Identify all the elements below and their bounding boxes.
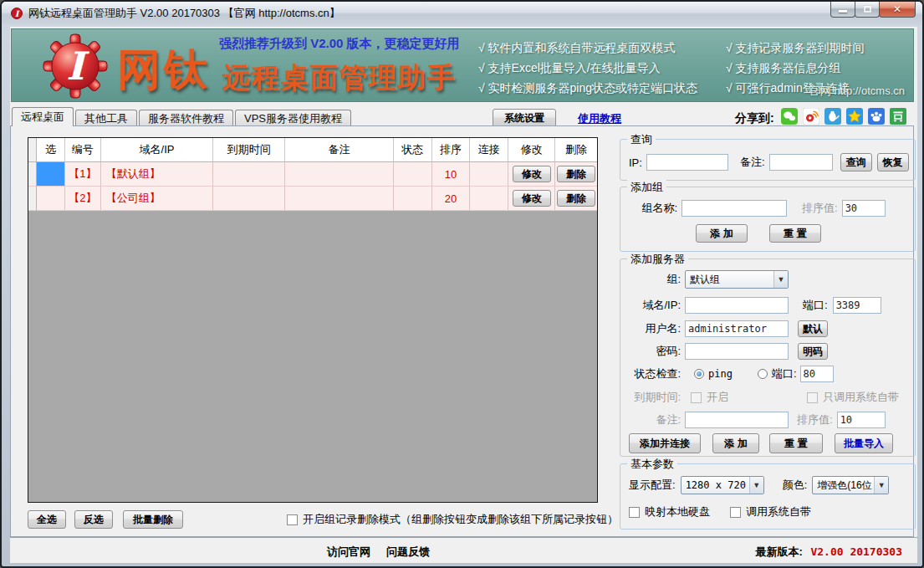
row-connect-cell: [470, 187, 508, 211]
map-local-disk-checkbox[interactable]: [629, 507, 640, 518]
col-domain-header: 域名/IP: [101, 138, 214, 162]
feature-item: √ 支持记录服务器到期时间: [726, 38, 865, 58]
server-group-select[interactable]: 默认组 ▼: [685, 270, 789, 289]
server-password-label: 密码:: [629, 344, 681, 359]
server-user-input[interactable]: [685, 320, 789, 337]
group-order-input[interactable]: [842, 200, 886, 217]
tab-remote-desktop[interactable]: 远程桌面: [12, 107, 74, 126]
table-gutter: [28, 138, 37, 162]
qzone-icon[interactable]: [846, 108, 863, 125]
visit-site-link[interactable]: 访问官网: [327, 545, 370, 560]
server-order-input[interactable]: [837, 412, 886, 428]
tab-other-tools[interactable]: 其他工具: [75, 110, 137, 126]
chevron-down-icon: ▼: [773, 271, 788, 288]
system-only-label: 只调用系统自带: [823, 390, 899, 405]
server-group-value: 默认组: [690, 273, 720, 287]
status-footer: 访问官网 问题反馈 最新版本: V2.00 20170303: [10, 537, 917, 563]
display-config-label: 显示配置:: [629, 478, 676, 493]
system-only-checkbox[interactable]: [807, 392, 818, 403]
group-delete-mode-checkbox[interactable]: [287, 514, 298, 525]
group-name-input[interactable]: [682, 200, 787, 217]
status-check-label: 状态检查:: [629, 366, 681, 381]
feature-list-col1: √ 软件内置和系统自带远程桌面双模式√ 支持Excel批量导入/在线批量导入√ …: [478, 38, 697, 98]
display-config-select[interactable]: 1280 x 720 ▼: [681, 476, 764, 494]
expire-enable-checkbox[interactable]: [691, 392, 702, 403]
share-to-label: 分享到:: [735, 111, 774, 126]
server-password-input[interactable]: [685, 343, 789, 360]
row-select-cell[interactable]: [37, 187, 65, 211]
feedback-link[interactable]: 问题反馈: [386, 545, 430, 560]
batch-import-button[interactable]: 批量导入: [835, 433, 893, 453]
client-area: I 网钛 远程桌面管理助手 强烈推荐升级到 V2.00 版本，更稳定更好用 √ …: [10, 27, 917, 563]
minimize-icon: [839, 10, 847, 13]
invert-select-button[interactable]: 反选: [74, 510, 113, 529]
table-empty-area: [28, 211, 597, 502]
bottom-controls: 全选 反选 批量删除 开启组记录删除模式（组删除按钮变成删除该组下所属记录按钮）: [28, 510, 618, 529]
douban-icon[interactable]: [890, 108, 906, 125]
port-check-label: 端口:: [772, 366, 797, 381]
restore-button[interactable]: 恢复: [877, 153, 909, 171]
port-check-radio[interactable]: [758, 369, 768, 379]
add-group-button[interactable]: 添 加: [696, 224, 748, 243]
server-order-label: 排序值:: [797, 412, 833, 427]
add-and-connect-button[interactable]: 添加并连接: [629, 433, 701, 453]
row-select-cell[interactable]: [37, 162, 65, 187]
default-user-button[interactable]: 默认: [798, 320, 828, 337]
ping-radio[interactable]: [694, 369, 704, 379]
show-password-button[interactable]: 明码: [798, 343, 828, 360]
minimize-button[interactable]: [830, 2, 855, 18]
wechat-icon[interactable]: [781, 108, 798, 125]
usage-tutorial-link[interactable]: 使用教程: [578, 111, 621, 126]
feature-item: √ 软件内置和系统自带远程桌面双模式: [478, 38, 697, 58]
share-icons: [781, 108, 906, 125]
server-note-input[interactable]: [685, 412, 789, 428]
maximize-button[interactable]: [855, 2, 880, 18]
tab-server-software-tutorial[interactable]: 服务器软件教程: [139, 110, 233, 126]
color-depth-select[interactable]: 增强色(16位 ▼: [812, 476, 889, 494]
server-note-label: 备注:: [629, 412, 681, 427]
batch-delete-button[interactable]: 批量删除: [123, 510, 183, 529]
table-row[interactable]: 【1】 【默认组】 10 修改 删除: [28, 162, 597, 187]
row-status-cell: [394, 187, 432, 211]
port-check-input[interactable]: [800, 366, 834, 382]
table-row[interactable]: 【2】 【公司组】 20 修改 删除: [28, 187, 597, 211]
reset-group-button[interactable]: 重 置: [769, 224, 821, 243]
server-domain-input[interactable]: [685, 297, 789, 314]
baidu-paw-icon[interactable]: [868, 108, 885, 125]
row-modify-button[interactable]: 修改: [513, 190, 551, 207]
use-system-rdp-checkbox[interactable]: [730, 507, 741, 518]
upgrade-promo-text: 强烈推荐升级到 V2.00 版本，更稳定更好用: [219, 36, 460, 52]
server-domain-label: 域名/IP:: [629, 298, 681, 313]
tab-vps-usage-tutorial[interactable]: VPS服务器使用教程: [235, 110, 351, 126]
add-server-button[interactable]: 添 加: [712, 433, 759, 453]
latest-version-value: V2.00 20170303: [810, 545, 902, 558]
server-port-input[interactable]: [833, 297, 881, 314]
query-ip-input[interactable]: [646, 154, 728, 171]
basic-params-section: 基本参数 显示配置: 1280 x 720 ▼ 颜色: 增强色(16位 ▼ 映射…: [620, 463, 916, 530]
row-connect-cell: [470, 162, 508, 187]
brand-name: 网钛: [117, 41, 211, 100]
close-button[interactable]: ✕: [879, 2, 916, 18]
query-button[interactable]: 查询: [840, 153, 872, 171]
reset-server-button[interactable]: 重 置: [769, 433, 823, 453]
maximize-icon: [864, 6, 871, 13]
title-bar[interactable]: I 网钛远程桌面管理助手 V2.00 20170303 【官网 http://o…: [2, 2, 922, 25]
brand-subtitle: 远程桌面管理助手: [222, 59, 457, 97]
query-note-input[interactable]: [769, 154, 833, 171]
tencent-weibo-icon[interactable]: [824, 108, 841, 125]
row-modify-button[interactable]: 修改: [513, 166, 551, 182]
row-order-cell: 20: [432, 187, 471, 211]
col-select-header: 选: [37, 138, 65, 162]
app-window: I 网钛远程桌面管理助手 V2.00 20170303 【官网 http://o…: [0, 0, 924, 568]
sina-weibo-icon[interactable]: [803, 108, 819, 125]
system-settings-button[interactable]: 系统设置: [493, 109, 556, 127]
expire-time-label: 到期时间:: [629, 390, 681, 405]
server-port-label: 端口:: [803, 298, 828, 313]
row-group-name-cell: 【默认组】: [101, 162, 214, 187]
row-note-cell: [285, 162, 394, 187]
row-delete-button[interactable]: 删除: [557, 190, 595, 207]
row-delete-button[interactable]: 删除: [557, 166, 595, 182]
col-number-header: 编号: [65, 138, 101, 162]
select-all-button[interactable]: 全选: [28, 510, 66, 529]
tab-bar: 远程桌面 其他工具 服务器软件教程 VPS服务器使用教程: [12, 107, 353, 126]
